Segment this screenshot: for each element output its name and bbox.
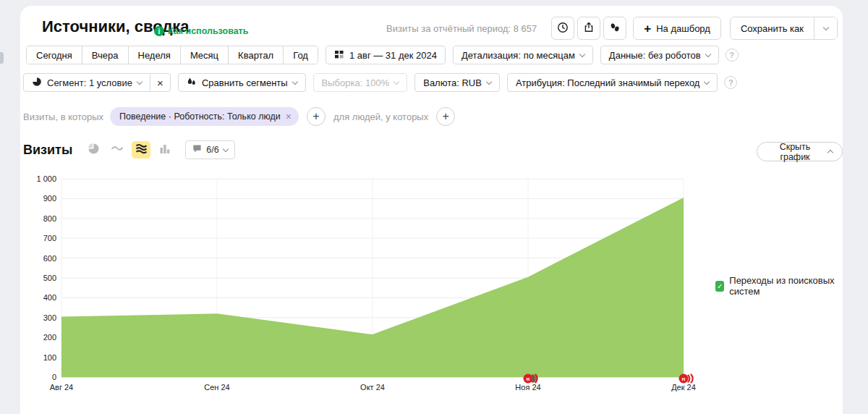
- svg-text:н: н: [682, 376, 686, 382]
- chevron-down-icon: [822, 24, 828, 30]
- svg-text:Ноя 24: Ноя 24: [515, 383, 540, 392]
- plus-icon: +: [644, 22, 651, 35]
- date-range-label: 1 авг — 31 дек 2024: [349, 50, 437, 61]
- annotations-count: 6/6: [206, 145, 218, 155]
- chip-close-icon[interactable]: ×: [286, 111, 292, 122]
- column-chart-icon: [159, 143, 171, 157]
- footprints-button[interactable]: [603, 17, 626, 40]
- svg-text:300: 300: [43, 313, 56, 322]
- clock-icon: [557, 22, 569, 35]
- currency-dropdown[interactable]: Валюта: RUB: [414, 73, 500, 92]
- chevron-down-icon: [705, 51, 710, 56]
- export-icon: [583, 22, 595, 35]
- sidebar-handle[interactable]: [0, 52, 4, 64]
- chevron-down-icon: [137, 78, 142, 84]
- compare-segments-dropdown[interactable]: Сравнить сегменты: [178, 73, 306, 92]
- svg-text:800: 800: [43, 214, 56, 223]
- column-chart-type-button[interactable]: [156, 141, 174, 159]
- info-badge-icon: i: [154, 26, 164, 36]
- filters-toolbar: Сегмент: 1 условие × Сравнить сегменты В…: [23, 73, 737, 92]
- chart-legend-item[interactable]: ✓ Переходы из поисковых систем: [715, 275, 843, 297]
- sampling-dropdown[interactable]: Выборка: 100%: [313, 73, 408, 92]
- hide-chart-button[interactable]: Скрыть график: [757, 142, 843, 161]
- report-card: Источники, сводка i Как использовать Виз…: [20, 6, 843, 414]
- legend-checkbox[interactable]: ✓: [715, 281, 724, 292]
- segment-clear-button[interactable]: ×: [150, 74, 170, 91]
- save-as-menu-button[interactable]: [814, 17, 837, 39]
- history-button[interactable]: [551, 17, 574, 40]
- hide-chart-label: Скрыть график: [767, 142, 823, 162]
- pie-chart-type-button[interactable]: [84, 141, 103, 159]
- calendar-grid-icon: [334, 49, 344, 62]
- data-mode-dropdown[interactable]: Данные: без роботов: [600, 46, 719, 64]
- chart-header: Визиты 6/6: [23, 140, 235, 159]
- export-button[interactable]: [577, 17, 600, 40]
- pie-segment-icon: [32, 77, 42, 89]
- segment-dropdown[interactable]: Сегмент: 1 условие: [24, 74, 150, 91]
- date-range-button[interactable]: 1 авг — 31 дек 2024: [326, 46, 446, 64]
- svg-text:500: 500: [43, 274, 56, 282]
- attribution-label: Атрибуция: Последний значимый переход: [516, 77, 700, 88]
- svg-text:Окт 24: Окт 24: [360, 383, 385, 392]
- svg-text:н: н: [527, 376, 530, 382]
- preset-today[interactable]: Сегодня: [27, 46, 82, 64]
- sampling-label: Выборка: 100%: [322, 77, 390, 88]
- detalization-dropdown[interactable]: Детализация: по месяцам: [453, 46, 593, 64]
- svg-text:Авг 24: Авг 24: [50, 383, 73, 392]
- segment-label: Сегмент: 1 условие: [47, 77, 132, 88]
- visits-condition-label: Визиты, в которых: [23, 111, 103, 122]
- detalization-label: Детализация: по месяцам: [461, 50, 575, 61]
- chevron-down-icon: [704, 78, 710, 84]
- svg-text:Дек 24: Дек 24: [671, 383, 696, 392]
- metric-title: Визиты: [23, 143, 72, 158]
- visits-total: Визиты за отчётный период: 8 657: [386, 23, 537, 34]
- help-icon[interactable]: ?: [726, 48, 739, 62]
- how-to-use-label: Как использовать: [168, 26, 248, 36]
- chevron-up-icon: [827, 150, 833, 156]
- help-icon[interactable]: ?: [724, 76, 737, 89]
- legend-label: Переходы из поисковых систем: [729, 275, 843, 297]
- preset-yesterday[interactable]: Вчера: [82, 46, 128, 64]
- chevron-down-icon: [486, 78, 492, 84]
- preset-week[interactable]: Неделя: [128, 46, 180, 64]
- svg-text:400: 400: [43, 293, 56, 302]
- condition-chip-label: Поведение · Роботность: Только люди: [119, 111, 281, 122]
- how-to-use-link[interactable]: i Как использовать: [154, 26, 248, 36]
- chevron-down-icon: [292, 78, 297, 84]
- save-as-split-button: Сохранить как: [730, 17, 838, 40]
- people-condition-label: для людей, у которых: [333, 111, 428, 122]
- svg-text:0: 0: [52, 373, 56, 381]
- line-chart-icon: [111, 143, 124, 156]
- currency-label: Валюта: RUB: [423, 77, 482, 88]
- header-actions: Визиты за отчётный период: 8 657 + На да…: [386, 17, 838, 40]
- period-toolbar: Сегодня Вчера Неделя Месяц Квартал Год 1…: [26, 46, 739, 64]
- chevron-down-icon: [222, 145, 228, 151]
- svg-text:Сен 24: Сен 24: [204, 383, 229, 392]
- preset-month[interactable]: Месяц: [180, 46, 228, 64]
- footprints-icon: [609, 22, 621, 35]
- chevron-down-icon: [393, 78, 399, 84]
- speech-bubble-icon: [192, 144, 202, 156]
- svg-text:100: 100: [43, 353, 56, 362]
- period-presets: Сегодня Вчера Неделя Месяц Квартал Год: [26, 46, 318, 64]
- stacked-area-icon: [135, 143, 148, 157]
- visits-area-chart[interactable]: 01002003004005006007008009001 000Авг 24С…: [35, 175, 715, 400]
- preset-quarter[interactable]: Квартал: [228, 46, 283, 64]
- line-chart-type-button[interactable]: [108, 141, 127, 159]
- preset-year[interactable]: Год: [283, 46, 318, 64]
- svg-text:900: 900: [43, 194, 56, 203]
- attribution-dropdown[interactable]: Атрибуция: Последний значимый переход: [507, 73, 718, 92]
- svg-text:1 000: 1 000: [36, 175, 56, 183]
- stacked-area-type-button[interactable]: [132, 141, 150, 159]
- chevron-down-icon: [579, 51, 585, 56]
- save-as-button[interactable]: Сохранить как: [731, 17, 814, 39]
- add-visit-condition-button[interactable]: +: [307, 107, 326, 126]
- add-to-dashboard-label: На дашборд: [656, 23, 710, 34]
- svg-text:600: 600: [43, 254, 56, 263]
- condition-chip[interactable]: Поведение · Роботность: Только люди ×: [110, 107, 299, 126]
- drops-icon: [187, 77, 197, 89]
- add-people-condition-button[interactable]: +: [436, 107, 455, 126]
- add-to-dashboard-button[interactable]: + На дашборд: [633, 17, 721, 40]
- annotations-dropdown[interactable]: 6/6: [185, 140, 234, 159]
- pie-chart-icon: [88, 143, 100, 158]
